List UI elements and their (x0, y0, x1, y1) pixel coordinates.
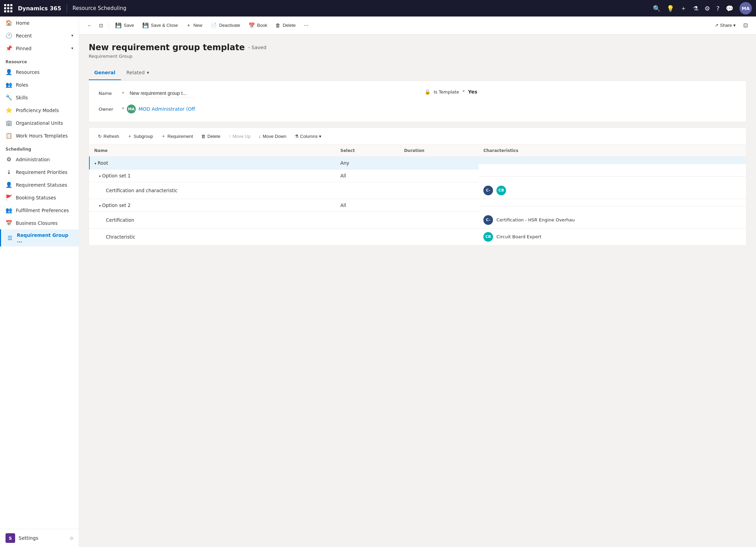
refresh-label: Refresh (103, 134, 119, 139)
sidebar-item-pinned[interactable]: 📌 Pinned ▾ (0, 42, 79, 55)
module-name: Resource Scheduling (73, 5, 126, 11)
table-row[interactable]: ▾Option set 1All (89, 169, 746, 182)
req-priorities-icon: ↓ (6, 169, 12, 175)
page-content: New requirement group template - Saved R… (79, 34, 756, 547)
sidebar-item-resources[interactable]: 👤 Resources (0, 66, 79, 78)
sidebar-item-req-group[interactable]: ☰ Requirement Group ... (0, 229, 79, 247)
sidebar-item-administration[interactable]: ⚙ Administration (0, 153, 79, 166)
sidebar-label: Booking Statuses (16, 195, 56, 200)
org-icon: 🏢 (6, 120, 12, 126)
recent-icon: 🕐 (6, 32, 12, 39)
table-row[interactable]: ChracteristicCBCircuit Board Expert (89, 229, 746, 245)
requirement-label: Requirement (167, 134, 193, 139)
page-title: New requirement group template - Saved (89, 43, 746, 52)
move-down-label: Move Down (263, 134, 286, 139)
new-icon: ＋ (186, 22, 191, 29)
sidebar-item-business-closures[interactable]: 📅 Business Closures (0, 217, 79, 229)
ideas-icon[interactable]: 💡 (667, 5, 674, 12)
cell-characteristics (479, 169, 746, 177)
share-chevron-icon: ▾ (733, 23, 736, 28)
grid-table: Name Select Duration Characteristics ▾Ro… (89, 145, 746, 245)
user-avatar[interactable]: MA (739, 2, 752, 14)
roles-icon: 👥 (6, 81, 12, 88)
sidebar-item-roles[interactable]: 👥 Roles (0, 78, 79, 91)
deactivate-label: Deactivate (219, 23, 240, 28)
sidebar-label: Recent (16, 33, 32, 39)
sidebar-item-home[interactable]: 🏠 Home (0, 17, 79, 29)
sidebar-item-work-hours[interactable]: 📋 Work Hours Templates (0, 129, 79, 142)
chat-icon[interactable]: 💬 (726, 5, 733, 12)
row-chevron-icon: ▾ (95, 162, 96, 165)
sidebar-item-booking-statuses[interactable]: 🚩 Booking Statuses (0, 191, 79, 204)
sidebar-item-proficiency[interactable]: ⭐ Proficiency Models (0, 104, 79, 117)
help-icon[interactable]: ? (716, 5, 720, 12)
cell-duration (399, 157, 479, 169)
cell-characteristics (479, 157, 746, 164)
share-label: Share (720, 23, 732, 28)
sidebar-settings[interactable]: S Settings ◇ (0, 529, 79, 547)
deactivate-button[interactable]: 📄 Deactivate (207, 20, 243, 31)
settings-s-icon: S (6, 533, 15, 543)
name-field: Name * (99, 89, 411, 98)
name-required-star: * (122, 91, 124, 96)
name-input[interactable] (127, 89, 196, 98)
table-row[interactable]: ▾RootAny (89, 157, 746, 169)
booking-icon: 🚩 (6, 194, 12, 201)
sidebar-item-org-units[interactable]: 🏢 Organizational Units (0, 117, 79, 129)
back-button[interactable]: ← (85, 21, 95, 30)
sidebar-item-fulfillment[interactable]: 👥 Fulfillment Preferences (0, 204, 79, 217)
cell-characteristics: CBCircuit Board Expert (479, 229, 746, 245)
add-icon[interactable]: ＋ (680, 4, 687, 12)
cell-duration (399, 212, 479, 229)
table-row[interactable]: CertificationC-Certification - HSR Engin… (89, 212, 746, 229)
command-bar: ← ⊡ 💾 Save 💾 Save & Close ＋ New 📄 Deacti… (79, 17, 756, 34)
table-row[interactable]: Certification and characteristicC-CB (89, 182, 746, 199)
form-header: New requirement group template - Saved R… (89, 43, 746, 59)
save-icon: 💾 (115, 22, 122, 29)
is-template-field: 🔒 Is Template * Yes (425, 89, 737, 95)
row-name-text: Option set 2 (102, 203, 131, 208)
sidebar-item-skills[interactable]: 🔧 Skills (0, 91, 79, 104)
search-icon[interactable]: 🔍 (653, 5, 660, 12)
cell-duration (399, 199, 479, 212)
new-button[interactable]: ＋ New (183, 20, 206, 31)
add-subgroup-button[interactable]: ＋ Subgroup (124, 131, 156, 141)
more-button[interactable]: ⋯ (300, 21, 312, 30)
columns-filter-icon: ⚗ (295, 134, 299, 139)
is-template-required-star: * (463, 89, 465, 94)
settings-icon[interactable]: ⚙ (704, 5, 710, 12)
sidebar-item-recent[interactable]: 🕐 Recent ▾ (0, 29, 79, 42)
book-button[interactable]: 📅 Book (245, 20, 271, 31)
admin-icon: ⚙ (6, 156, 12, 163)
add-subgroup-icon: ＋ (128, 133, 132, 139)
waffle-menu[interactable] (4, 4, 12, 12)
sidebar-item-req-priorities[interactable]: ↓ Requirement Priorities (0, 166, 79, 178)
restore-button[interactable]: ⊡ (96, 21, 106, 30)
sidebar-label: Organizational Units (16, 120, 63, 126)
screen-mode-button[interactable]: ⊡ (741, 20, 750, 31)
tab-general[interactable]: General (89, 66, 121, 80)
columns-button[interactable]: ⚗ Columns ▾ (291, 132, 325, 141)
save-button[interactable]: 💾 Save (112, 20, 138, 31)
closures-icon: 📅 (6, 220, 12, 226)
grid-delete-button[interactable]: 🗑 Delete (198, 132, 224, 141)
skills-icon: 🔧 (6, 94, 12, 101)
move-up-button[interactable]: ↑ Move Up (225, 132, 254, 141)
row-name-text: Certification (106, 217, 134, 223)
top-nav: Dynamics 365 Resource Scheduling 🔍 💡 ＋ ⚗… (0, 0, 756, 17)
filter-icon[interactable]: ⚗ (693, 5, 698, 12)
move-down-button[interactable]: ↓ Move Down (255, 132, 289, 141)
sidebar-item-req-statuses[interactable]: 👤 Requirement Statuses (0, 178, 79, 191)
refresh-button[interactable]: ↻ Refresh (95, 132, 123, 141)
owner-link[interactable]: MOD Administrator (Off (139, 106, 195, 112)
owner-field: Owner * MA MOD Administrator (Off (99, 105, 736, 113)
save-close-button[interactable]: 💾 Save & Close (139, 20, 182, 31)
delete-button[interactable]: 🗑 Delete (272, 20, 299, 30)
section-header-resource: Resource (0, 57, 79, 66)
table-row[interactable]: ▾Option set 2All (89, 199, 746, 212)
add-requirement-button[interactable]: ＋ Requirement (158, 131, 196, 141)
main-content: ← ⊡ 💾 Save 💾 Save & Close ＋ New 📄 Deacti… (79, 17, 756, 547)
share-button[interactable]: ↗ Share ▾ (711, 21, 739, 30)
tab-related[interactable]: Related ▾ (121, 66, 155, 80)
row-name-text: Root (98, 160, 108, 166)
